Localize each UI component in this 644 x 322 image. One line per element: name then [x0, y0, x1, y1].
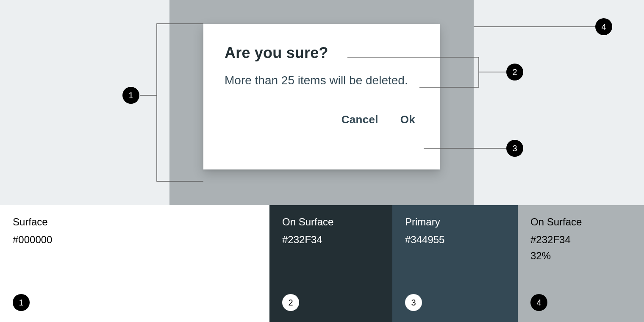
dialog-body: More than 25 items will be deleted. — [225, 72, 411, 89]
swatch-badge-2: 2 — [282, 294, 299, 311]
annotation-badge-1-label: 1 — [128, 91, 133, 100]
swatch-hex: #000000 — [13, 234, 257, 246]
swatch-badge-2-label: 2 — [288, 298, 293, 308]
ok-button[interactable]: Ok — [400, 113, 415, 126]
swatch-hex: #344955 — [405, 234, 505, 246]
cancel-button[interactable]: Cancel — [341, 113, 378, 126]
swatch-badge-1: 1 — [13, 294, 30, 311]
annotation-badge-1: 1 — [122, 87, 139, 104]
dialog-title: Are you sure? — [225, 44, 419, 62]
swatch-primary: Primary #344955 3 — [392, 205, 518, 322]
color-swatch-row: Surface #000000 1 On Surface #232F34 2 P… — [0, 205, 644, 322]
swatch-badge-1-label: 1 — [19, 298, 23, 308]
swatch-label: Surface — [13, 216, 257, 228]
swatch-label: Primary — [405, 216, 505, 228]
dialog-actions: Cancel Ok — [225, 113, 419, 126]
swatch-hex: #232F34 — [282, 234, 380, 246]
annotation-badge-2: 2 — [506, 64, 523, 80]
swatch-badge-4: 4 — [530, 294, 547, 311]
swatch-badge-4-label: 4 — [536, 298, 541, 308]
swatch-badge-3: 3 — [405, 294, 422, 311]
confirmation-dialog: Are you sure? More than 25 items will be… — [203, 24, 440, 169]
swatch-opacity: 32% — [530, 250, 631, 262]
swatch-on-surface: On Surface #232F34 2 — [269, 205, 392, 322]
annotation-badge-4-label: 4 — [601, 22, 606, 32]
annotation-badge-3-label: 3 — [512, 144, 517, 153]
swatch-hex: #232F34 — [530, 234, 631, 246]
swatch-on-surface-scrim: On Surface #232F34 32% 4 — [518, 205, 644, 322]
swatch-label: On Surface — [282, 216, 380, 228]
annotation-badge-4: 4 — [595, 18, 612, 35]
swatch-label: On Surface — [530, 216, 631, 228]
annotation-badge-3: 3 — [506, 140, 523, 157]
annotation-badge-2-label: 2 — [512, 67, 517, 77]
swatch-badge-3-label: 3 — [411, 298, 416, 308]
swatch-surface: Surface #000000 1 — [0, 205, 269, 322]
